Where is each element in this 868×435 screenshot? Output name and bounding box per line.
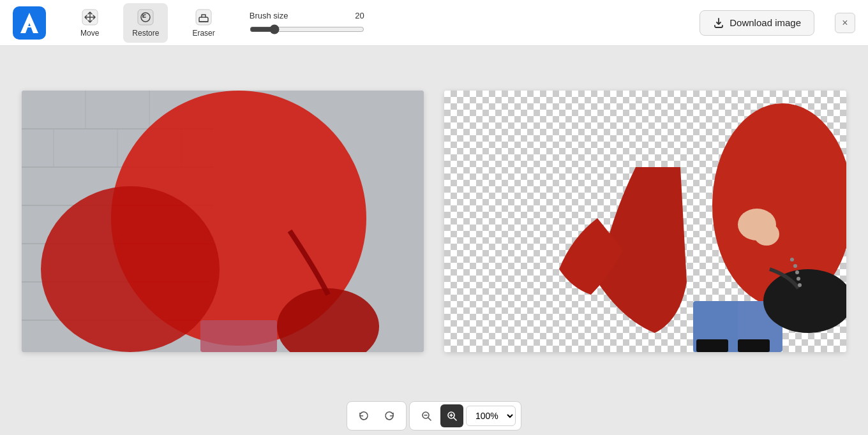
result-image [444, 91, 846, 352]
download-button[interactable]: Download image [700, 10, 814, 36]
svg-point-30 [790, 258, 794, 262]
zoom-out-icon [421, 410, 432, 422]
redo-icon [384, 410, 395, 422]
svg-point-31 [793, 264, 797, 268]
zoom-tools: 50% 75% 100% 150% 200% [409, 401, 521, 431]
brush-size-slider[interactable] [250, 24, 364, 34]
history-tools [347, 401, 407, 431]
move-tool-label: Move [80, 29, 99, 38]
brush-size-section: Brush size 20 [250, 11, 364, 34]
redo-button[interactable] [378, 404, 401, 427]
red-mask-overlay [22, 91, 424, 352]
svg-line-41 [454, 418, 456, 420]
eraser-tool-button[interactable]: Eraser [183, 3, 223, 43]
eraser-tool-label: Eraser [192, 29, 214, 38]
restore-icon [137, 8, 154, 26]
canvas-area [0, 46, 868, 397]
svg-rect-21 [200, 320, 277, 352]
restore-tool-label: Restore [132, 29, 159, 38]
move-icon [81, 8, 99, 26]
svg-point-19 [41, 186, 220, 352]
result-image-panel[interactable] [444, 91, 846, 352]
zoom-fit-icon [446, 410, 458, 422]
svg-line-37 [428, 418, 431, 420]
move-tool-button[interactable]: Move [71, 3, 108, 43]
undo-button[interactable] [352, 404, 375, 427]
svg-point-34 [798, 283, 802, 287]
zoom-select[interactable]: 50% 75% 100% 150% 200% [466, 406, 516, 426]
brush-size-value: 20 [355, 11, 364, 20]
brush-size-label: Brush size [250, 11, 288, 20]
download-label: Download image [730, 17, 801, 28]
restore-tool-button[interactable]: Restore [123, 3, 168, 43]
bottom-toolbar: 50% 75% 100% 150% 200% [0, 397, 868, 435]
zoom-out-button[interactable] [415, 404, 438, 427]
download-icon [713, 17, 724, 29]
zoom-fit-button[interactable] [440, 404, 463, 427]
original-image-panel[interactable] [22, 91, 424, 352]
svg-point-32 [795, 270, 799, 274]
eraser-icon [195, 8, 213, 26]
app-logo [13, 6, 46, 40]
svg-point-33 [797, 277, 800, 281]
undo-icon [358, 410, 370, 422]
header: Move Restore Eraser Brush size 20 [0, 0, 868, 46]
close-icon: × [842, 17, 848, 29]
logo [13, 6, 46, 40]
svg-rect-29 [738, 339, 770, 352]
close-button[interactable]: × [835, 13, 855, 33]
svg-rect-28 [696, 339, 728, 352]
svg-point-24 [754, 223, 779, 246]
